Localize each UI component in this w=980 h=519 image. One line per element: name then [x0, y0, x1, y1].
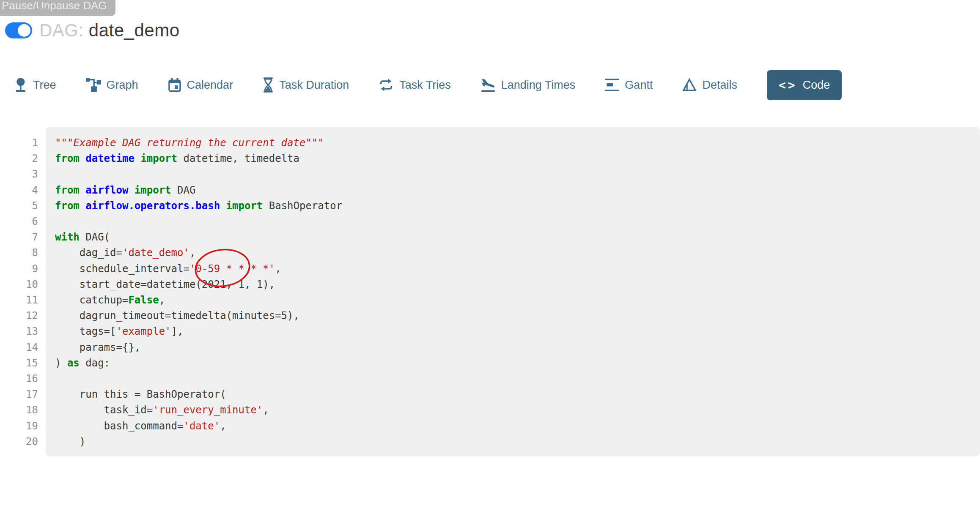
page-title: DAG: date_demo: [39, 20, 180, 41]
code-line: params={},: [55, 340, 342, 355]
code-line: from airflow.operators.bash import BashO…: [55, 198, 342, 214]
tab-code[interactable]: <> Code: [767, 70, 842, 100]
tab-label: Calendar: [187, 79, 233, 92]
line-number: 11: [0, 292, 38, 308]
code-line: from airflow import DAG: [55, 183, 342, 198]
code-line: task_id='run_every_minute',: [55, 402, 342, 418]
dag-label: DAG:: [39, 20, 84, 40]
tree-icon: [15, 77, 27, 93]
code-line: """Example DAG returning the current dat…: [55, 135, 342, 151]
tab-task-tries[interactable]: Task Tries: [379, 78, 451, 92]
line-number: 7: [0, 229, 38, 245]
tab-graph[interactable]: Graph: [86, 78, 138, 92]
code-line: schedule_interval='0-59 * * * *',: [55, 261, 342, 277]
tab-label: Gantt: [625, 79, 653, 92]
tab-details[interactable]: Details: [682, 78, 737, 92]
line-number: 5: [0, 198, 38, 214]
tab-landing-times[interactable]: Landing Times: [480, 78, 576, 92]
line-number: 1: [0, 135, 38, 151]
line-number: 19: [0, 418, 38, 434]
tab-calendar[interactable]: Calendar: [168, 78, 233, 92]
repeat-icon: [379, 78, 394, 92]
line-number: 17: [0, 387, 38, 402]
tab-label: Tree: [33, 79, 56, 92]
code-line: bash_command='date',: [55, 418, 342, 434]
line-number: 15: [0, 355, 38, 371]
line-number: 12: [0, 308, 38, 324]
line-number: 8: [0, 245, 38, 261]
code-brackets-icon: <>: [779, 78, 797, 92]
dag-pause-toggle[interactable]: [5, 22, 32, 38]
tooltip-text: Pause/Unpause DAG: [2, 0, 107, 12]
code-lines: """Example DAG returning the current dat…: [55, 135, 342, 450]
code-line: [55, 214, 342, 229]
code-line: [55, 371, 342, 387]
code-line: dag_id='date_demo',: [55, 245, 342, 261]
dag-header: DAG: date_demo: [5, 19, 180, 42]
graph-icon: [86, 78, 101, 92]
tab-label: Task Duration: [279, 79, 349, 92]
plane-landing-icon: [480, 78, 496, 92]
tab-tree[interactable]: Tree: [15, 77, 56, 93]
line-number: 6: [0, 214, 38, 229]
code-line: dagrun_timeout=timedelta(minutes=5),: [55, 308, 342, 324]
line-number: 20: [0, 434, 38, 450]
dag-name: date_demo: [89, 20, 180, 40]
code-line: tags=['example'],: [55, 324, 342, 339]
calendar-icon: [168, 78, 181, 92]
code-line: with DAG(: [55, 229, 342, 245]
code-line: start_date=datetime(2021, 1, 1),: [55, 277, 342, 292]
line-number: 13: [0, 324, 38, 339]
tab-gantt[interactable]: Gantt: [605, 79, 653, 92]
line-number: 16: [0, 371, 38, 387]
line-number: 10: [0, 277, 38, 292]
line-number: 3: [0, 167, 38, 182]
line-number: 4: [0, 183, 38, 198]
gantt-bars-icon: [605, 79, 619, 91]
hourglass-icon: [263, 77, 274, 93]
dag-view-tabs: Tree Graph Calendar: [15, 68, 842, 101]
code-line: run_this = BashOperator(: [55, 387, 342, 402]
tab-label: Landing Times: [501, 79, 576, 92]
toggle-knob: [18, 24, 30, 37]
tooltip-arrow: [36, 8, 49, 15]
tab-label: Graph: [107, 79, 138, 92]
code-line: ) as dag:: [55, 355, 342, 371]
tab-label: Details: [702, 79, 737, 92]
tab-label: Task Tries: [399, 79, 451, 92]
line-number-gutter: 1234567891011121314151617181920: [0, 135, 38, 450]
code-line: from datetime import datetime, timedelta: [55, 151, 342, 167]
code-line: catchup=False,: [55, 292, 342, 308]
tab-label: Code: [803, 79, 830, 92]
line-number: 18: [0, 402, 38, 418]
line-number: 2: [0, 151, 38, 167]
line-number: 9: [0, 261, 38, 277]
code-line: [55, 167, 342, 182]
line-number: 14: [0, 340, 38, 355]
details-triangle-icon: [682, 78, 697, 92]
tab-task-duration[interactable]: Task Duration: [263, 77, 349, 93]
pause-toggle-tooltip: Pause/Unpause DAG: [0, 0, 115, 16]
code-line: ): [55, 434, 342, 450]
